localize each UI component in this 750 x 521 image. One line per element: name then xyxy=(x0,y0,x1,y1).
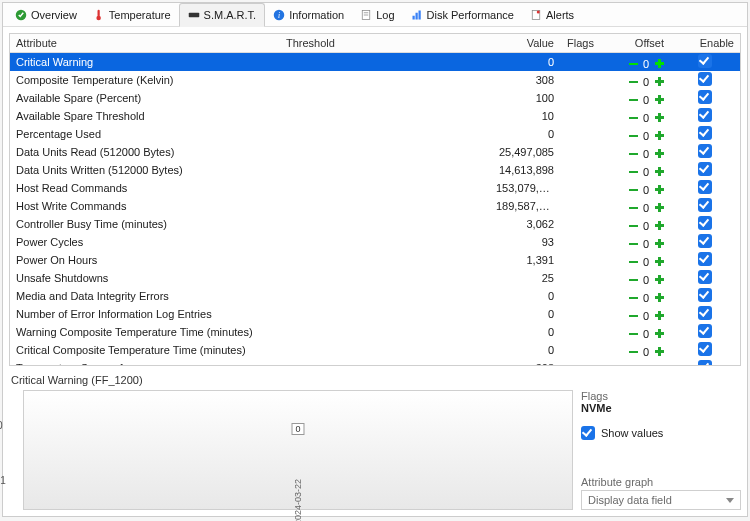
table-row[interactable]: Host Read Commands153,079,4010 xyxy=(10,179,740,197)
enable-checkbox[interactable] xyxy=(698,342,712,356)
enable-checkbox[interactable] xyxy=(698,180,712,194)
tab-temperature[interactable]: Temperature xyxy=(85,3,179,27)
table-row[interactable]: Available Spare Threshold100 xyxy=(10,107,740,125)
tab-overview[interactable]: Overview xyxy=(7,3,85,27)
offset-minus-button[interactable] xyxy=(628,258,638,266)
offset-plus-button[interactable] xyxy=(654,348,664,356)
offset-plus-button[interactable] xyxy=(654,312,664,320)
tab-smart[interactable]: S.M.A.R.T. xyxy=(179,3,266,27)
offset-plus-button[interactable] xyxy=(654,168,664,176)
show-values-checkbox[interactable] xyxy=(581,426,595,440)
col-threshold[interactable]: Threshold xyxy=(280,34,490,53)
tab-alerts[interactable]: Alerts xyxy=(522,3,582,27)
offset-minus-button[interactable] xyxy=(628,348,638,356)
offset-plus-button[interactable] xyxy=(654,96,664,104)
enable-checkbox[interactable] xyxy=(698,72,712,86)
cell-enable xyxy=(670,251,740,269)
offset-plus-button[interactable] xyxy=(654,204,664,212)
cell-flags xyxy=(560,323,600,341)
offset-value: 0 xyxy=(641,238,651,250)
enable-checkbox[interactable] xyxy=(698,198,712,212)
offset-minus-button[interactable] xyxy=(628,186,638,194)
enable-checkbox[interactable] xyxy=(698,252,712,266)
offset-minus-button[interactable] xyxy=(628,312,638,320)
enable-checkbox[interactable] xyxy=(698,108,712,122)
enable-checkbox[interactable] xyxy=(698,360,712,366)
offset-minus-button[interactable] xyxy=(628,366,638,367)
offset-minus-button[interactable] xyxy=(628,240,638,248)
table-row[interactable]: Media and Data Integrity Errors00 xyxy=(10,287,740,305)
table-row[interactable]: Critical Composite Temperature Time (min… xyxy=(10,341,740,359)
table-row[interactable]: Power On Hours1,3910 xyxy=(10,251,740,269)
table-row[interactable]: Percentage Used00 xyxy=(10,125,740,143)
offset-minus-button[interactable] xyxy=(628,150,638,158)
offset-plus-button[interactable] xyxy=(654,276,664,284)
table-row[interactable]: Controller Busy Time (minutes)3,0620 xyxy=(10,215,740,233)
enable-checkbox[interactable] xyxy=(698,324,712,338)
enable-checkbox[interactable] xyxy=(698,54,712,68)
col-flags[interactable]: Flags xyxy=(560,34,600,53)
enable-checkbox[interactable] xyxy=(698,234,712,248)
attribute-graph[interactable]: 0 2024-03-22 xyxy=(23,390,573,510)
enable-checkbox[interactable] xyxy=(698,90,712,104)
table-row[interactable]: Temperature Sensor 13080 xyxy=(10,359,740,366)
cell-offset: 0 xyxy=(600,305,670,323)
col-offset[interactable]: Offset xyxy=(600,34,670,53)
enable-checkbox[interactable] xyxy=(698,306,712,320)
offset-plus-button[interactable] xyxy=(654,330,664,338)
offset-minus-button[interactable] xyxy=(628,60,638,68)
offset-minus-button[interactable] xyxy=(628,294,638,302)
table-row[interactable]: Unsafe Shutdowns250 xyxy=(10,269,740,287)
offset-plus-button[interactable] xyxy=(654,114,664,122)
cell-flags xyxy=(560,215,600,233)
col-attribute[interactable]: Attribute xyxy=(10,34,280,53)
col-value[interactable]: Value xyxy=(490,34,560,53)
enable-checkbox[interactable] xyxy=(698,144,712,158)
cell-threshold xyxy=(280,323,490,341)
offset-plus-button[interactable] xyxy=(654,222,664,230)
enable-checkbox[interactable] xyxy=(698,126,712,140)
offset-plus-button[interactable] xyxy=(654,258,664,266)
enable-checkbox[interactable] xyxy=(698,288,712,302)
table-row[interactable]: Critical Warning00 xyxy=(10,53,740,72)
offset-minus-button[interactable] xyxy=(628,222,638,230)
offset-plus-button[interactable] xyxy=(654,60,664,68)
cell-attribute: Composite Temperature (Kelvin) xyxy=(10,71,280,89)
offset-minus-button[interactable] xyxy=(628,168,638,176)
offset-minus-button[interactable] xyxy=(628,204,638,212)
offset-minus-button[interactable] xyxy=(628,114,638,122)
offset-plus-button[interactable] xyxy=(654,78,664,86)
offset-plus-button[interactable] xyxy=(654,132,664,140)
table-row[interactable]: Warning Composite Temperature Time (minu… xyxy=(10,323,740,341)
offset-minus-button[interactable] xyxy=(628,276,638,284)
col-enable[interactable]: Enable xyxy=(670,34,740,53)
table-row[interactable]: Data Units Written (512000 Bytes)14,613,… xyxy=(10,161,740,179)
offset-plus-button[interactable] xyxy=(654,366,664,367)
table-row[interactable]: Data Units Read (512000 Bytes)25,497,085… xyxy=(10,143,740,161)
display-field-dropdown[interactable]: Display data field xyxy=(581,490,741,510)
offset-minus-button[interactable] xyxy=(628,96,638,104)
enable-checkbox[interactable] xyxy=(698,270,712,284)
table-row[interactable]: Host Write Commands189,587,3790 xyxy=(10,197,740,215)
offset-minus-button[interactable] xyxy=(628,78,638,86)
table-row[interactable]: Composite Temperature (Kelvin)3080 xyxy=(10,71,740,89)
tab-information[interactable]: i Information xyxy=(265,3,352,27)
cell-attribute: Available Spare (Percent) xyxy=(10,89,280,107)
offset-value: 0 xyxy=(641,292,651,304)
offset-minus-button[interactable] xyxy=(628,330,638,338)
table-row[interactable]: Power Cycles930 xyxy=(10,233,740,251)
enable-checkbox[interactable] xyxy=(698,162,712,176)
offset-plus-button[interactable] xyxy=(654,294,664,302)
offset-plus-button[interactable] xyxy=(654,150,664,158)
tab-disk-performance[interactable]: Disk Performance xyxy=(403,3,522,27)
offset-plus-button[interactable] xyxy=(654,186,664,194)
cell-attribute: Temperature Sensor 1 xyxy=(10,359,280,366)
enable-checkbox[interactable] xyxy=(698,216,712,230)
tab-log[interactable]: Log xyxy=(352,3,402,27)
offset-minus-button[interactable] xyxy=(628,132,638,140)
cell-attribute: Controller Busy Time (minutes) xyxy=(10,215,280,233)
offset-plus-button[interactable] xyxy=(654,240,664,248)
minus-icon xyxy=(629,117,638,119)
table-row[interactable]: Available Spare (Percent)1000 xyxy=(10,89,740,107)
table-row[interactable]: Number of Error Information Log Entries0… xyxy=(10,305,740,323)
